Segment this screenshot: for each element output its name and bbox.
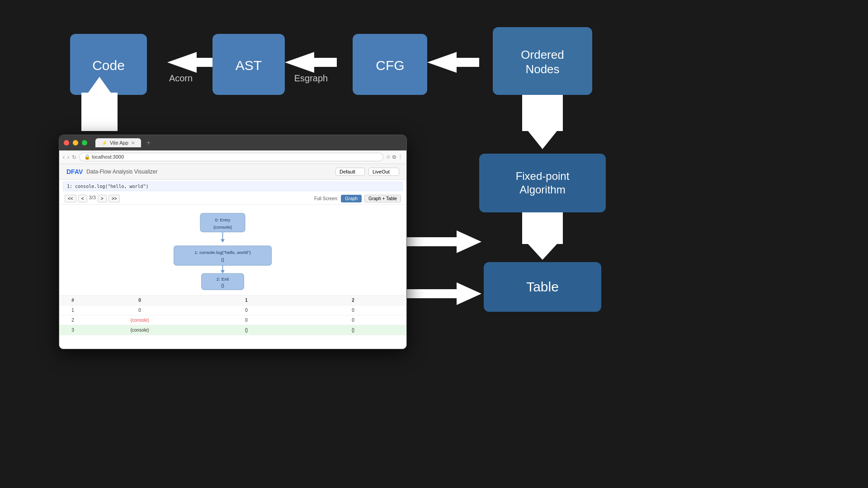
tab-favicon: ⚡ (102, 141, 107, 145)
arrow-ordered-fixedpoint (522, 95, 563, 149)
table-row: 3 {console} {} {} (59, 325, 406, 335)
new-tab-icon[interactable]: + (146, 139, 151, 147)
code-text: 1: console.log("hello, world") (67, 184, 149, 189)
cfg-label: CFG (376, 58, 404, 73)
col-hash: # (59, 296, 86, 305)
cell-3-2: {} (300, 325, 406, 335)
app-logo: DFAV (66, 168, 83, 175)
browser-tab[interactable]: ⚡ Vite App ✕ (95, 138, 141, 147)
app-header: DFAV Data-Flow Analysis Visualizer Defau… (59, 164, 406, 180)
nav-buttons: << < 3/3 > >> (65, 195, 120, 202)
app-subtitle: Data-Flow Analysis Visualizer (86, 169, 157, 175)
app-branding: DFAV Data-Flow Analysis Visualizer (66, 168, 157, 175)
liveout-select[interactable]: LiveOut (368, 168, 399, 176)
browser-chrome: ⚡ Vite App ✕ + (59, 135, 406, 150)
nav-reload-icon[interactable]: ↻ (72, 154, 76, 160)
cfg-graph: 0: Entry {console} 1: console.log("hello… (59, 205, 406, 295)
fixedpoint-box (479, 154, 606, 212)
esgraph-label: Esgraph (294, 73, 328, 83)
nav-last-button[interactable]: >> (108, 195, 120, 202)
acorn-label: Acorn (169, 73, 193, 83)
arrow-fixedpoint-table (522, 212, 563, 260)
edge-entry-log-arrow (221, 239, 225, 243)
extensions-icon[interactable]: ⧉ (392, 154, 396, 160)
entry-node-data: {console} (213, 225, 232, 230)
nav-back-icon[interactable]: ‹ (63, 154, 65, 160)
table-header-row: # 0 1 2 (59, 296, 406, 305)
close-dot[interactable] (64, 140, 69, 145)
browser-toolbar: ‹ › ↻ 🔒 localhost:3000 ☆ ⧉ ⋮ (59, 150, 406, 164)
url-bar[interactable]: 🔒 localhost:3000 (79, 153, 383, 161)
log-node-data: {} (221, 257, 224, 262)
table-row: 1 0 0 0 (59, 305, 406, 315)
graph-table-view-button[interactable]: Graph + Table (364, 195, 401, 202)
cell-2-hash: 2 (59, 315, 86, 325)
entry-node-label: 0: Entry (215, 217, 230, 222)
ordered-label-2: Nodes (525, 62, 559, 76)
arrow-table-browser-top (402, 230, 481, 253)
bookmark-icon[interactable]: ☆ (386, 154, 391, 160)
nav-row: << < 3/3 > >> Full Screen: Graph Graph +… (59, 193, 406, 205)
fixedpoint-label-2: Algorithm (519, 183, 565, 196)
exit-node-data: {} (221, 283, 224, 288)
url-lock-icon: 🔒 (84, 154, 90, 160)
ordered-label-1: Ordered (521, 48, 564, 61)
tab-title: Vite App (110, 140, 128, 145)
cell-1-0: 0 (86, 305, 193, 315)
nav-first-button[interactable]: << (65, 195, 76, 202)
edge-log-exit-arrow (221, 270, 225, 273)
cell-1-2: 0 (300, 305, 406, 315)
cell-2-2: 0 (300, 315, 406, 325)
col-1: 1 (193, 296, 300, 305)
cell-2-0: {console} (86, 315, 193, 325)
cfg-svg: 0: Entry {console} 1: console.log("hello… (64, 209, 402, 291)
log-node-label: 1: console.log("hello, world") (194, 250, 250, 255)
minimize-dot[interactable] (73, 140, 78, 145)
cell-1-hash: 1 (59, 305, 86, 315)
maximize-dot[interactable] (82, 140, 87, 145)
data-table: # 0 1 2 1 0 0 0 2 {console} 0 0 3 (59, 295, 406, 349)
ast-label: AST (236, 58, 262, 73)
exit-node-label: 2: Exit (217, 277, 229, 282)
arrow-ast-cfg (285, 52, 337, 73)
code-label: Code (92, 58, 125, 73)
col-2: 2 (300, 296, 406, 305)
arrow-table-browser-bottom (402, 282, 481, 305)
page-indicator: 3/3 (89, 195, 96, 202)
cell-3-1: {} (193, 325, 300, 335)
cell-1-1: 0 (193, 305, 300, 315)
code-line: 1: console.log("hello, world") (63, 182, 403, 191)
fixedpoint-label-1: Fixed-point (516, 170, 570, 182)
graph-view-button[interactable]: Graph (341, 195, 362, 202)
arrow-cfg-ordered (427, 52, 479, 73)
nav-next-button[interactable]: > (98, 195, 107, 202)
table-row: 2 {console} 0 0 (59, 315, 406, 325)
view-controls: Full Screen: Graph Graph + Table (314, 195, 401, 202)
browser-toolbar-icons: ☆ ⧉ ⋮ (386, 154, 403, 160)
menu-icon[interactable]: ⋮ (398, 154, 403, 160)
fullscreen-label: Full Screen: (314, 196, 338, 201)
col-0: 0 (86, 296, 193, 305)
app-content: DFAV Data-Flow Analysis Visualizer Defau… (59, 164, 406, 349)
cell-2-1: 0 (193, 315, 300, 325)
app-controls: Default LiveOut (335, 168, 399, 176)
nav-forward-icon[interactable]: › (67, 154, 69, 160)
cell-3-hash: 3 (59, 325, 86, 335)
url-text: localhost:3000 (92, 154, 124, 160)
browser-window: ⚡ Vite App ✕ + ‹ › ↻ 🔒 localhost:3000 ☆ … (59, 135, 407, 349)
svg-rect-1 (174, 246, 272, 265)
table-label: Table (526, 279, 559, 294)
tab-close-icon[interactable]: ✕ (131, 141, 135, 145)
analysis-select[interactable]: Default (335, 168, 365, 176)
nav-prev-button[interactable]: < (78, 195, 87, 202)
cell-3-0: {console} (86, 325, 193, 335)
